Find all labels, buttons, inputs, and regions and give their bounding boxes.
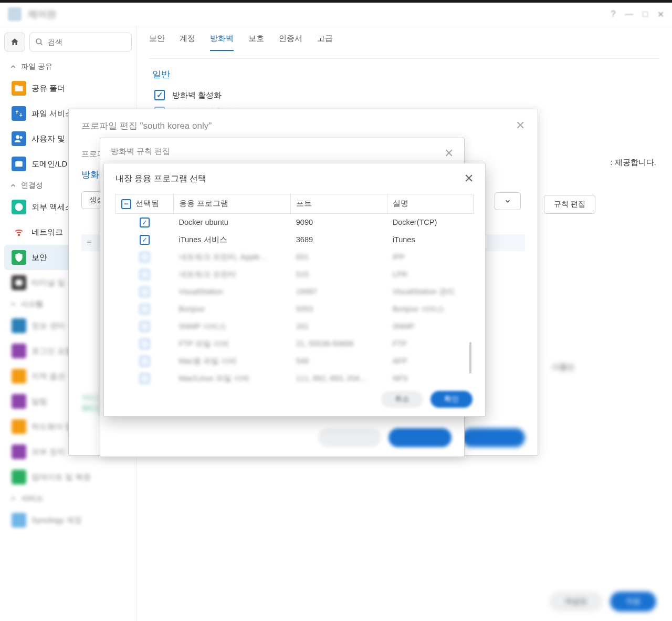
blurred-tag: $태그 [82, 403, 100, 413]
sidebar-group-fileshare[interactable]: 파일 공유 [4, 58, 132, 76]
table-row[interactable]: ✓Mac용 파일 서버548AFP [116, 353, 474, 370]
cell-port: 111, 892, 893, 204… [291, 370, 387, 387]
tab[interactable]: 방화벽 [210, 34, 234, 51]
col-port[interactable]: 포트 [291, 194, 387, 214]
drag-handle-icon[interactable]: ≡ [87, 238, 91, 247]
app-icon [8, 7, 22, 21]
close-icon[interactable]: ✕ [464, 172, 474, 185]
cell-app: VisualStation [174, 283, 291, 301]
table-row[interactable]: ✓FTP 파일 서버21, 55536-55899FTP [116, 335, 474, 353]
tab[interactable]: 보호 [248, 34, 264, 51]
table-row[interactable]: ✓iTunes 서비스3689iTunes [116, 231, 474, 249]
select-all-checkbox[interactable]: − [121, 199, 131, 209]
tab[interactable]: 계정 [180, 34, 195, 51]
tab[interactable]: 인증서 [279, 34, 302, 51]
row-checkbox[interactable]: ✓ [140, 322, 150, 332]
search-box[interactable] [29, 33, 132, 51]
row-checkbox[interactable]: ✓ [140, 252, 150, 262]
generic-icon [12, 470, 26, 484]
close-icon[interactable]: ✕ [444, 147, 454, 160]
generic-icon [12, 344, 26, 358]
cell-port: 21, 55536-55899 [291, 335, 387, 353]
generic-icon [12, 444, 26, 459]
folder-icon [12, 81, 26, 96]
sidebar-group-services[interactable]: 서비스 [4, 490, 132, 508]
table-row[interactable]: ✓VisualStation19997VisualStation 관리 [116, 283, 474, 301]
sidebar-item-synology[interactable]: Synology 계정 [4, 508, 132, 533]
cell-desc: FTP [387, 335, 474, 353]
cell-desc: AFP [387, 353, 474, 370]
sidebar-item[interactable]: 업데이트 및 복원 [4, 464, 132, 490]
sidebar-item-label: 네트워크 [32, 227, 63, 237]
row-checkbox[interactable]: ✓ [140, 235, 150, 245]
rule-edit-button[interactable]: 규칙 편집 [544, 195, 595, 214]
row-checkbox[interactable]: ✓ [140, 218, 150, 227]
generic-icon [12, 318, 26, 333]
globe-icon [12, 200, 26, 214]
chevron-up-icon [9, 182, 17, 189]
cell-port: 9090 [291, 213, 387, 231]
app-title: 제어판 [28, 8, 56, 20]
col-desc[interactable]: 설명 [387, 194, 474, 214]
dialog-title: 내장 응용 프로그램 선택 [116, 173, 206, 184]
help-icon[interactable]: ? [611, 9, 615, 19]
cell-desc: SNMP [387, 318, 474, 335]
close-icon[interactable]: ✕ [657, 9, 664, 19]
cancel-button[interactable] [318, 428, 381, 447]
chevron-up-icon [9, 495, 17, 502]
row-checkbox[interactable]: ✓ [140, 339, 150, 349]
maximize-icon[interactable]: □ [643, 9, 648, 19]
home-button[interactable] [4, 33, 25, 51]
cell-app: 네트워크 프린터 [174, 266, 291, 283]
cell-app: Bonjour [174, 301, 291, 318]
cancel-button[interactable]: 취소 [381, 391, 423, 408]
cell-desc: IPP [387, 249, 474, 266]
table-row[interactable]: ✓네트워크 프린터515LPR [116, 266, 474, 283]
minimize-icon[interactable]: — [625, 9, 633, 19]
cell-desc: NFS [387, 370, 474, 387]
search-input[interactable] [48, 38, 126, 46]
dialog-builtin-app-select: 내장 응용 프로그램 선택 ✕ −선택됨 응용 프로그램 포트 설명 ✓Dock… [103, 163, 486, 417]
sidebar-item-label: 사용자 및 [32, 134, 65, 144]
table-row[interactable]: ✓Bonjour5353Bonjour 서비스 [116, 301, 474, 318]
sidebar-item-label: 도메인/LD [32, 159, 67, 169]
apply-button[interactable]: 적용 [610, 592, 656, 612]
svg-point-6 [18, 234, 20, 236]
cell-app: Mac/Linux 파일 서버 [174, 370, 291, 387]
note-text: : 제공합니다. [610, 158, 656, 168]
tab[interactable]: 고급 [317, 34, 333, 51]
generic-icon [12, 419, 26, 434]
cell-app: SNMP 서비스 [174, 318, 291, 335]
blurred-text: 비활성 [552, 363, 574, 372]
row-checkbox[interactable]: ✓ [140, 270, 150, 280]
table-row[interactable]: ✓Mac/Linux 파일 서버111, 892, 893, 204…NFS [116, 370, 474, 387]
section-title-general: 일반 [149, 59, 659, 87]
reset-button[interactable]: 재설정 [549, 592, 603, 612]
cell-app: Docker ubuntu [174, 213, 291, 231]
col-app[interactable]: 응용 프로그램 [174, 194, 291, 214]
scrollbar[interactable] [469, 342, 471, 374]
row-checkbox[interactable]: ✓ [140, 356, 150, 366]
row-checkbox[interactable]: ✓ [140, 287, 150, 297]
table-row[interactable]: ✓SNMP 서비스161SNMP [116, 318, 474, 335]
id-icon [12, 157, 26, 171]
row-checkbox[interactable]: ✓ [140, 374, 150, 384]
close-icon[interactable]: ✕ [516, 119, 525, 132]
table-row[interactable]: ✓네트워크 프린터, Apple…631IPP [116, 249, 474, 266]
tab[interactable]: 보안 [149, 34, 165, 51]
sidebar-item-label: 보안 [32, 253, 47, 263]
wifi-icon [12, 225, 26, 240]
ok-button[interactable] [388, 428, 452, 447]
sidebar-item[interactable]: 공유 폴더 [4, 76, 132, 101]
dropdown-button[interactable] [495, 192, 521, 210]
row-checkbox[interactable]: ✓ [140, 304, 150, 314]
table-row[interactable]: ✓Docker ubuntu9090Docker(TCP) [116, 213, 474, 231]
cell-port: 548 [291, 353, 387, 370]
ok-button[interactable]: 확인 [430, 391, 472, 408]
generic-icon [12, 369, 26, 384]
window-controls[interactable]: ? — □ ✕ [611, 9, 664, 19]
col-selected[interactable]: −선택됨 [116, 194, 174, 214]
checkbox-firewall-enable[interactable]: ✓ 방화벽 활성화 [149, 87, 659, 104]
blurred-primary-button[interactable] [462, 428, 525, 447]
svg-line-1 [40, 43, 42, 45]
